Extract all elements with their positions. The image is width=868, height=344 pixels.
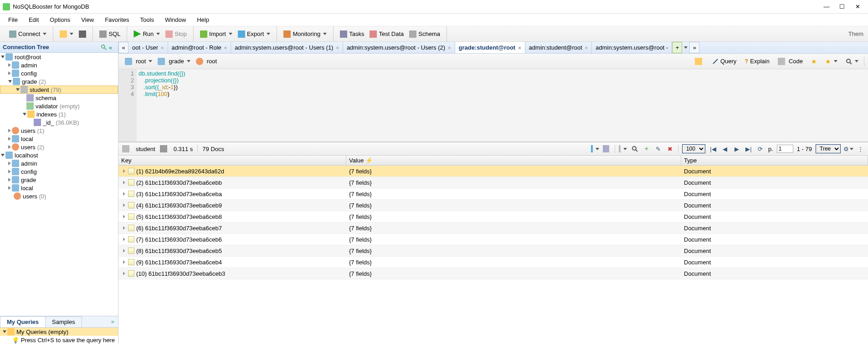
mode-select[interactable]: Tree — [816, 144, 841, 153]
tab-close-icon[interactable]: × — [224, 45, 227, 51]
testdata-button[interactable]: Test Data — [367, 29, 406, 39]
expand-icon[interactable] — [123, 181, 125, 184]
menu-window[interactable]: Window — [159, 15, 191, 25]
add-fav-button[interactable]: ★ — [808, 56, 820, 66]
tab-close-icon[interactable]: × — [518, 45, 521, 51]
tree-node-local[interactable]: local — [0, 135, 118, 143]
scroll-left-button[interactable]: « — [118, 42, 128, 53]
view-button[interactable] — [619, 145, 627, 153]
table-row[interactable]: (3) 61bc11f36930d73eeba6ceba {7 fields} … — [118, 188, 868, 200]
nav-next-button[interactable]: ▶ — [733, 145, 741, 153]
maximize-button[interactable]: ☐ — [839, 4, 845, 10]
sql-button[interactable]: SQL — [97, 29, 123, 39]
snippet-button[interactable] — [692, 56, 707, 66]
code-button[interactable]: Code — [775, 56, 806, 66]
tree-node-config[interactable]: config — [0, 69, 118, 77]
collapse-icon[interactable]: « — [109, 44, 115, 51]
expand-icon[interactable] — [123, 192, 125, 196]
tree-node-lh-local[interactable]: local — [0, 184, 118, 192]
table-row[interactable]: (5) 61bc11f36930d73eeba6ceb8 {7 fields} … — [118, 211, 868, 223]
tree-node-student[interactable]: student (79) — [0, 86, 118, 94]
search-icon[interactable] — [101, 44, 107, 51]
nav-first-button[interactable]: |◀ — [709, 145, 717, 153]
nav-last-button[interactable]: ▶| — [745, 145, 753, 153]
table-row[interactable]: (6) 61bc11f36930d73eeba6ceb7 {7 fields} … — [118, 223, 868, 234]
tree-node-validator[interactable]: validator (empty) — [0, 102, 118, 110]
tree-node-root-conn[interactable]: root@root — [0, 53, 118, 61]
more-button[interactable]: ⋮ — [856, 145, 864, 153]
limit-select[interactable]: 100 — [682, 144, 705, 153]
import-button[interactable]: Import — [197, 29, 235, 39]
tree-node-lh-users[interactable]: users (0) — [0, 192, 118, 200]
doc-tab[interactable]: admin@root - Role× — [168, 42, 231, 53]
tab-samples[interactable]: Samples — [45, 316, 82, 327]
connect-button[interactable]: Connect — [6, 29, 49, 39]
tree-node-schema[interactable]: schema — [0, 94, 118, 102]
table-row[interactable]: (4) 61bc11f36930d73eeba6ceb9 {7 fields} … — [118, 200, 868, 211]
connection-selector[interactable]: root — [122, 56, 155, 66]
schema-result-button[interactable] — [603, 145, 611, 153]
expand-icon[interactable] — [123, 260, 125, 264]
doc-tab-active[interactable]: grade:student@root× — [455, 42, 525, 53]
tree-node-grade[interactable]: grade (2) — [0, 77, 118, 86]
add-doc-button[interactable]: + — [642, 145, 651, 153]
minimize-button[interactable]: — — [823, 4, 830, 10]
filter-icon[interactable]: ⚡ — [365, 157, 373, 164]
tab-close-icon[interactable]: × — [448, 45, 451, 51]
doc-tab[interactable]: admin:system.users@root - Users (2)× — [343, 42, 455, 53]
tree-node-localhost[interactable]: localhost — [0, 151, 118, 159]
expand-icon[interactable] — [123, 272, 125, 275]
col-type[interactable]: Type — [681, 156, 868, 165]
expand-icon[interactable] — [123, 249, 125, 253]
tab-menu-caret[interactable] — [684, 46, 688, 49]
edit-doc-button[interactable]: ✎ — [654, 145, 663, 153]
tree-node-lh-grade[interactable]: grade — [0, 176, 118, 184]
monitoring-button[interactable]: Monitoring — [281, 29, 329, 39]
nav-prev-button[interactable]: ◀ — [721, 145, 729, 153]
fav-menu-button[interactable]: ★ — [822, 56, 840, 66]
menu-view[interactable]: View — [76, 15, 99, 25]
col-value[interactable]: Value ⚡ — [346, 156, 681, 165]
theme-label[interactable]: Them — [848, 30, 865, 37]
expand-icon[interactable] — [123, 226, 125, 230]
menu-help[interactable]: Help — [191, 15, 215, 25]
tree-node-lh-config[interactable]: config — [0, 167, 118, 176]
my-queries-folder[interactable]: My Queries (empty) — [0, 328, 118, 336]
close-button[interactable]: ✕ — [854, 4, 861, 10]
save-button[interactable] — [76, 29, 89, 39]
doc-tab[interactable]: admin:system.users@root - — [592, 42, 672, 53]
page-input[interactable] — [777, 145, 793, 153]
delete-doc-button[interactable]: ✖ — [666, 145, 674, 153]
export-button[interactable]: Export — [235, 29, 273, 39]
code-editor[interactable]: 1 2 3 4 db.student.find({}) .projection(… — [118, 69, 868, 142]
expand-icon[interactable] — [123, 169, 125, 173]
tree-node-lh-admin[interactable]: admin — [0, 159, 118, 167]
table-row[interactable]: (8) 61bc11f36930d73eeba6ceb5 {7 fields} … — [118, 245, 868, 257]
scroll-right-button[interactable]: » — [689, 42, 699, 53]
add-tab-button[interactable]: + — [672, 42, 682, 53]
tab-close-icon[interactable]: × — [585, 45, 588, 51]
inspect-button[interactable] — [631, 145, 639, 153]
query-button[interactable]: Query — [709, 56, 739, 66]
database-selector[interactable]: grade — [155, 56, 193, 66]
refresh-button[interactable]: ⟳ — [756, 145, 765, 153]
tab-close-icon[interactable]: × — [161, 45, 164, 51]
table-row[interactable]: (1) 621b4b69e2bea892643da62d {7 fields} … — [118, 166, 868, 177]
menu-favorites[interactable]: Favorites — [99, 15, 134, 25]
col-key[interactable]: Key — [118, 156, 346, 165]
tree-node-admin[interactable]: admin — [0, 61, 118, 69]
table-row[interactable]: (10) 61bc11f36930d73eeba6ceb3 {7 fields}… — [118, 268, 868, 279]
table-row[interactable]: (2) 61bc11f36930d73eeba6cebb {7 fields} … — [118, 177, 868, 188]
tree-node-indexes[interactable]: indexes (1) — [0, 110, 118, 118]
expand-icon[interactable]: » — [108, 316, 118, 327]
tree-node-users2[interactable]: users (2) — [0, 143, 118, 151]
export-result-button[interactable] — [591, 145, 599, 153]
menu-edit[interactable]: Edit — [23, 15, 44, 25]
menu-options[interactable]: Options — [44, 15, 76, 25]
tree-node-users1[interactable]: users (1) — [0, 126, 118, 135]
tree-node-id-index[interactable]: _id_ (36.0KB) — [0, 118, 118, 126]
schema-button[interactable]: Schema — [406, 29, 443, 39]
doc-tab[interactable]: admin:system.users@root - Users (1)× — [231, 42, 343, 53]
doc-tab[interactable]: admin:student@root× — [525, 42, 592, 53]
expand-icon[interactable] — [123, 215, 125, 218]
